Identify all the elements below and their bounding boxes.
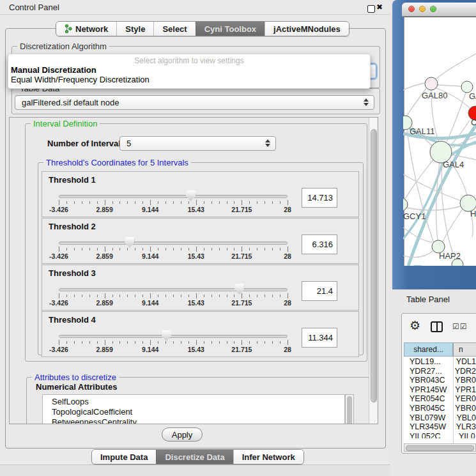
tick-label: 15.43 (188, 252, 204, 260)
attributes-scrollbar-thumb[interactable] (347, 396, 352, 424)
column-layout-icon[interactable] (431, 321, 443, 332)
threshold-panel-1: Threshold 1-3.4262.8599.14415.4321.71528… (42, 171, 359, 217)
algorithm-option-equal-width[interactable]: Equal Width/Frequency Discretization (11, 75, 150, 84)
numerical-attributes-list[interactable]: SelfLoopsTopologicalCoefficientBetweenne… (42, 394, 345, 424)
threshold-value-field[interactable]: 11.344 (302, 328, 337, 348)
network-node-label: GCY1 (403, 211, 426, 221)
tick-mark (105, 247, 105, 252)
apply-button[interactable]: Apply (162, 427, 203, 441)
network-edge[interactable] (403, 83, 424, 90)
tick-mark (257, 248, 257, 250)
tab-network[interactable]: Network (56, 22, 116, 36)
tick-mark (219, 341, 220, 344)
table-row[interactable]: YDL19...YDL1 (404, 357, 476, 367)
network-node-label: GA (469, 91, 476, 101)
tick-mark (135, 248, 135, 250)
algorithm-option-manual[interactable]: Manual Discretization (11, 65, 96, 75)
table-data-combobox[interactable]: galFiltered.sif default node (15, 95, 374, 110)
viewport-scrollbar[interactable] (369, 118, 378, 424)
tab-label: Network (75, 24, 108, 34)
table-row[interactable]: YIL052CYIL0 (404, 432, 476, 438)
slider-thumb[interactable] (162, 330, 171, 341)
tick-mark (280, 341, 280, 344)
viewport-scrollbar-thumb[interactable] (371, 129, 377, 403)
network-edge[interactable] (403, 174, 461, 201)
network-edge[interactable] (438, 85, 461, 86)
table-row[interactable]: YPR145WYPR1 (404, 385, 476, 395)
tick-mark (127, 248, 128, 250)
tick-mark (211, 341, 212, 344)
attributes-list-scrollbar[interactable] (345, 394, 354, 424)
tab-infer-network[interactable]: Infer Network (233, 450, 303, 464)
network-edge[interactable] (406, 206, 460, 210)
minimize-light[interactable] (419, 6, 426, 12)
network-edge[interactable] (436, 54, 476, 79)
tick-mark (97, 295, 98, 297)
tick-label: 2.859 (96, 206, 112, 213)
tick-mark (211, 201, 212, 204)
network-graph[interactable]: GAL80GACGAL11GAL4GCY1HHAP2 (403, 17, 476, 266)
table-row[interactable]: YBR043CYBR0 (404, 376, 476, 385)
table-row[interactable]: YER054CYER0 (404, 394, 476, 404)
gear-icon[interactable]: ⚙ (410, 318, 420, 333)
table-row[interactable]: YDR27...YDR2 (404, 367, 476, 376)
checkbox-icons[interactable]: ☑☑ (452, 322, 468, 331)
table-header-name[interactable]: n (453, 342, 476, 357)
tick-mark (272, 201, 273, 204)
attribute-list-item[interactable]: BetweennessCentrality (43, 417, 344, 424)
tab-select[interactable]: Select (153, 22, 195, 36)
network-icon (65, 24, 72, 33)
network-node-gal80[interactable] (425, 77, 438, 90)
number-of-intervals-combobox[interactable]: 5 (119, 136, 276, 151)
tick-mark (150, 200, 151, 205)
table-row[interactable]: YLR345WYLR3 (404, 422, 476, 432)
tick-mark (74, 201, 75, 204)
network-window-titlebar[interactable] (402, 3, 476, 17)
float-panel-icon[interactable] (367, 5, 375, 13)
close-light[interactable] (408, 6, 415, 12)
tick-mark (142, 295, 143, 297)
tab-discretize-data[interactable]: Discretize Data (156, 450, 233, 464)
titlebar-divider (0, 14, 390, 15)
close-panel-icon[interactable]: ✖ (376, 3, 383, 12)
slider-track[interactable] (59, 242, 288, 245)
slider-track[interactable] (59, 288, 288, 291)
table-hscrollbar-thumb[interactable] (406, 445, 474, 451)
table-row[interactable]: YBL079WYBL0 (404, 413, 476, 423)
slider-track[interactable] (59, 195, 288, 198)
attribute-list-item[interactable]: SelfLoops (43, 395, 344, 407)
zoom-light[interactable] (430, 6, 436, 12)
tick-mark (188, 295, 189, 297)
tick-mark (249, 341, 250, 344)
tab-jactivemnodules[interactable]: jActiveMNodules (265, 22, 349, 36)
table-horizontal-scrollbar[interactable] (404, 443, 476, 452)
network-node-gcy1[interactable] (403, 198, 408, 211)
slider-thumb[interactable] (186, 190, 196, 201)
network-node-label: GAL4 (443, 160, 464, 169)
tab-style[interactable]: Style (116, 22, 153, 36)
attribute-list-item[interactable]: TopologicalCoefficient (43, 407, 344, 417)
tick-mark (165, 341, 166, 344)
table-header-shared-name[interactable]: shared... (404, 342, 453, 357)
threshold-value-field[interactable]: 21.4 (302, 281, 337, 301)
threshold-label: Threshold 1 (49, 175, 96, 185)
slider-track[interactable] (59, 335, 288, 338)
slider-thumb[interactable] (234, 284, 244, 295)
tab-impute-data[interactable]: Impute Data (92, 450, 156, 464)
tick-label: 21.715 (231, 346, 252, 353)
threshold-value-field[interactable]: 14.713 (302, 188, 337, 208)
thresholds-group: Threshold's Coordinates for 5 Intervals … (38, 162, 364, 355)
slider-thumb[interactable] (125, 237, 134, 248)
tick-mark (82, 341, 82, 344)
tick-mark (135, 201, 135, 204)
network-edge[interactable] (447, 93, 466, 142)
tick-mark (242, 200, 242, 205)
table-row[interactable]: YBR045CYBR0 (404, 404, 476, 413)
tick-mark (112, 295, 113, 297)
network-edge[interactable] (407, 130, 434, 243)
tab-cyni-toolbox[interactable]: Cyni Toolbox (196, 22, 265, 36)
threshold-value-field[interactable]: 6.316 (302, 234, 337, 254)
network-edge[interactable] (403, 250, 434, 257)
tick-mark (59, 200, 59, 205)
tick-mark (196, 200, 197, 205)
